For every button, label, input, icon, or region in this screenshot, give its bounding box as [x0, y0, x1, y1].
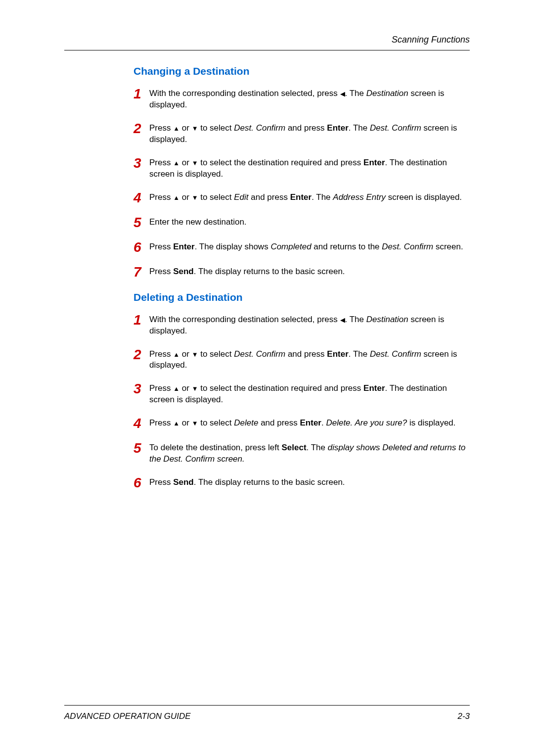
step-text: Press ▲ or ▼ to select Delete and press … [149, 417, 456, 429]
up-arrow-icon: ▲ [173, 159, 179, 168]
step-number: 2 [134, 348, 149, 362]
step-number: 5 [134, 216, 149, 230]
step-text: Press ▲ or ▼ to select Edit and press En… [149, 191, 462, 203]
step-c3: 3 Press ▲ or ▼ to select the destination… [134, 156, 470, 180]
step-number: 2 [134, 122, 149, 136]
page-header: Scanning Functions [64, 35, 470, 50]
step-text: Press ▲ or ▼ to select Dest. Confirm and… [149, 122, 470, 145]
step-number: 6 [134, 240, 149, 254]
step-number: 3 [134, 156, 149, 170]
down-arrow-icon: ▼ [192, 350, 198, 359]
step-c7: 7 Press Send. The display returns to the… [134, 265, 470, 279]
up-arrow-icon: ▲ [173, 193, 179, 202]
step-text: Enter the new destination. [149, 216, 247, 228]
step-text: Press Send. The display returns to the b… [149, 476, 345, 488]
step-number: 1 [134, 313, 149, 327]
step-text: Press ▲ or ▼ to select Dest. Confirm and… [149, 348, 470, 372]
step-number: 3 [134, 382, 149, 396]
step-d3: 3 Press ▲ or ▼ to select the destination… [134, 382, 470, 406]
step-c5: 5 Enter the new destination. [134, 216, 470, 230]
step-c1: 1 With the corresponding destination sel… [134, 87, 470, 111]
step-number: 5 [134, 441, 149, 455]
down-arrow-icon: ▼ [192, 384, 198, 393]
step-text: Press ▲ or ▼ to select the destination r… [149, 382, 470, 406]
step-text: Press ▲ or ▼ to select the destination r… [149, 156, 470, 180]
step-number: 1 [134, 87, 149, 101]
document-page: Scanning Functions Changing a Destinatio… [0, 0, 534, 756]
down-arrow-icon: ▼ [192, 419, 198, 428]
left-arrow-icon: ◀ [340, 316, 345, 325]
step-d1: 1 With the corresponding destination sel… [134, 313, 470, 337]
step-d6: 6 Press Send. The display returns to the… [134, 476, 470, 490]
down-arrow-icon: ▼ [192, 193, 198, 202]
page-footer: ADVANCED OPERATION GUIDE 2-3 [64, 705, 470, 721]
footer-page-number: 2-3 [457, 711, 470, 721]
up-arrow-icon: ▲ [173, 384, 179, 393]
down-arrow-icon: ▼ [192, 159, 198, 168]
up-arrow-icon: ▲ [173, 124, 179, 133]
page-content: Changing a Destination 1 With the corres… [64, 65, 470, 490]
step-c6: 6 Press Enter. The display shows Complet… [134, 240, 470, 254]
step-d4: 4 Press ▲ or ▼ to select Delete and pres… [134, 417, 470, 430]
heading-changing-destination: Changing a Destination [134, 65, 470, 77]
left-arrow-icon: ◀ [340, 90, 345, 98]
step-d2: 2 Press ▲ or ▼ to select Dest. Confirm a… [134, 348, 470, 372]
step-text: With the corresponding destination selec… [149, 313, 470, 337]
step-text: With the corresponding destination selec… [149, 87, 470, 111]
step-text: Press Enter. The display shows Completed… [149, 240, 463, 253]
step-number: 4 [134, 191, 149, 205]
step-number: 7 [134, 265, 149, 279]
footer-left: ADVANCED OPERATION GUIDE [64, 711, 191, 721]
up-arrow-icon: ▲ [173, 419, 179, 428]
up-arrow-icon: ▲ [173, 350, 179, 359]
step-c4: 4 Press ▲ or ▼ to select Edit and press … [134, 191, 470, 205]
step-text: Press Send. The display returns to the b… [149, 265, 345, 278]
header-title: Scanning Functions [392, 35, 470, 45]
step-c2: 2 Press ▲ or ▼ to select Dest. Confirm a… [134, 122, 470, 145]
step-d5: 5 To delete the destination, press left … [134, 441, 470, 465]
step-text: To delete the destination, press left Se… [149, 441, 470, 465]
step-number: 6 [134, 476, 149, 490]
step-number: 4 [134, 417, 149, 430]
heading-deleting-destination: Deleting a Destination [134, 291, 470, 303]
down-arrow-icon: ▼ [192, 124, 198, 133]
